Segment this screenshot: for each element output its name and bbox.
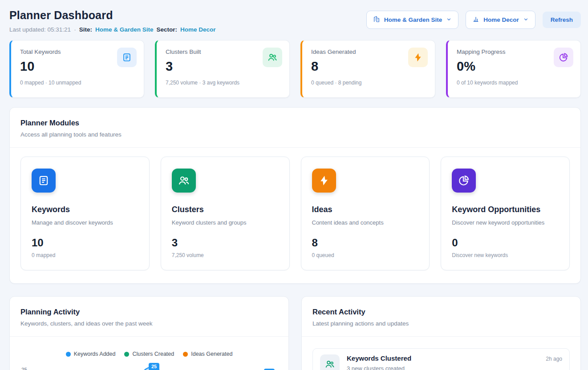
site-selector-dropdown[interactable]: Home & Garden Site <box>366 11 459 29</box>
sector-label: Sector: <box>156 26 177 33</box>
legend-dot-icon <box>183 352 188 357</box>
y-axis-tick: 25 <box>21 367 27 370</box>
module-description: Manage and discover keywords <box>32 219 138 226</box>
chevron-down-icon <box>446 16 452 24</box>
modules-grid: Keywords Manage and discover keywords 10… <box>10 148 580 283</box>
stat-detail: 7,250 volume · 3 avg keywords <box>166 80 280 86</box>
panel-title: Planning Activity <box>20 308 278 316</box>
legend-item-clusters-created: Clusters Created <box>124 351 174 357</box>
topbar: Planner Dashboard Last updated: 05:31:21… <box>0 0 588 33</box>
file-lines-icon <box>32 169 56 193</box>
module-description: Content ideas and concepts <box>312 219 419 226</box>
breadcrumb: Last updated: 05:31:21 · Site: Home & Ga… <box>9 26 215 33</box>
module-description: Discover new keyword opportunities <box>452 219 559 226</box>
users-icon <box>172 169 196 193</box>
legend-item-ideas-generated: Ideas Generated <box>183 351 232 357</box>
site-label: Site: <box>79 26 92 33</box>
panel-subtitle: Access all planning tools and features <box>20 131 570 138</box>
bolt-icon <box>312 169 336 193</box>
file-lines-icon <box>117 48 137 67</box>
activity-body: Keywords Clustered 2h ago 3 new clusters… <box>347 354 562 370</box>
stat-card-ideas-generated: Ideas Generated 8 0 queued · 8 pending <box>300 40 435 98</box>
module-title: Keywords <box>32 205 138 214</box>
sector-selector-value: Home Decor <box>483 16 519 23</box>
module-value: 8 <box>312 237 419 249</box>
panel-subtitle: Latest planning actions and updates <box>312 320 570 327</box>
recent-activity-list: Keywords Clustered 2h ago 3 new clusters… <box>302 337 580 370</box>
module-card-ideas[interactable]: Ideas Content ideas and concepts 8 0 que… <box>301 157 430 270</box>
module-value: 0 <box>452 237 559 249</box>
bottom-row: Planning Activity Keywords, clusters, an… <box>9 296 581 370</box>
pie-chart-icon <box>554 48 573 67</box>
building-icon <box>373 16 380 24</box>
legend-label: Keywords Added <box>74 351 116 357</box>
legend-label: Clusters Created <box>132 351 174 357</box>
topbar-actions: Home & Garden Site Home Decor Refresh <box>366 11 581 29</box>
panel-title: Planner Modules <box>20 119 570 127</box>
module-detail: Discover new keywords <box>452 252 559 258</box>
site-selector-value: Home & Garden Site <box>384 16 442 23</box>
stat-detail: 0 mapped · 10 unmapped <box>20 80 135 86</box>
stats-row: Total Keywords 10 0 mapped · 10 unmapped… <box>9 40 581 98</box>
activity-timestamp: 2h ago <box>546 356 562 362</box>
activity-top-row: Keywords Clustered 2h ago <box>347 354 562 362</box>
activity-description: 3 new clusters created <box>347 365 562 370</box>
recent-activity-header: Recent Activity Latest planning actions … <box>302 297 580 337</box>
planning-activity-chart: 25 25 24 <box>19 362 278 370</box>
sector-selector-dropdown[interactable]: Home Decor <box>466 11 535 29</box>
panel-subtitle: Keywords, clusters, and ideas over the p… <box>20 320 278 327</box>
stat-card-clusters-built: Clusters Built 3 7,250 volume · 3 avg ke… <box>155 40 290 98</box>
module-card-clusters[interactable]: Clusters Keyword clusters and groups 3 7… <box>161 157 290 270</box>
activity-item-keywords-clustered: Keywords Clustered 2h ago 3 new clusters… <box>312 348 570 370</box>
bolt-icon <box>408 48 428 67</box>
bar-chart-icon <box>472 16 479 24</box>
users-icon <box>320 354 340 370</box>
legend-label: Ideas Generated <box>191 351 232 357</box>
module-detail: 0 mapped <box>32 252 138 258</box>
module-card-keyword-opportunities[interactable]: Keyword Opportunities Discover new keywo… <box>441 157 570 270</box>
stat-detail: 0 queued · 8 pending <box>311 80 426 86</box>
stat-detail: 0 of 10 keywords mapped <box>457 80 572 86</box>
recent-activity-panel: Recent Activity Latest planning actions … <box>301 296 581 370</box>
topbar-left: Planner Dashboard Last updated: 05:31:21… <box>9 9 215 33</box>
sector-link[interactable]: Home Decor <box>180 26 216 33</box>
panel-title: Recent Activity <box>312 308 570 316</box>
module-value: 3 <box>172 237 279 249</box>
chart-legend: Keywords Added Clusters Created Ideas Ge… <box>10 351 288 357</box>
planning-activity-header: Planning Activity Keywords, clusters, an… <box>10 297 288 337</box>
site-link[interactable]: Home & Garden Site <box>95 26 154 33</box>
page-title: Planner Dashboard <box>9 9 215 22</box>
meta-separator: · <box>74 26 76 33</box>
module-value: 10 <box>32 237 138 249</box>
stat-card-total-keywords: Total Keywords 10 0 mapped · 10 unmapped <box>9 40 144 98</box>
stat-card-mapping-progress: Mapping Progress 0% 0 of 10 keywords map… <box>446 40 581 98</box>
legend-dot-icon <box>66 352 71 357</box>
module-card-keywords[interactable]: Keywords Manage and discover keywords 10… <box>20 157 150 270</box>
legend-dot-icon <box>124 352 129 357</box>
module-description: Keyword clusters and groups <box>172 219 279 226</box>
module-detail: 0 queued <box>312 252 419 258</box>
module-title: Clusters <box>172 205 279 214</box>
last-updated-text: Last updated: 05:31:21 <box>9 26 71 33</box>
planning-activity-panel: Planning Activity Keywords, clusters, an… <box>9 296 289 370</box>
refresh-button[interactable]: Refresh <box>543 12 581 28</box>
legend-item-keywords-added: Keywords Added <box>66 351 116 357</box>
planner-modules-panel: Planner Modules Access all planning tool… <box>9 107 581 284</box>
data-point-label: 25 <box>149 363 159 370</box>
module-detail: 7,250 volume <box>172 252 279 258</box>
module-title: Ideas <box>312 205 419 214</box>
planner-modules-header: Planner Modules Access all planning tool… <box>10 108 580 148</box>
chevron-down-icon <box>523 16 529 24</box>
users-icon <box>263 48 282 67</box>
pie-chart-icon <box>452 169 476 193</box>
activity-title: Keywords Clustered <box>347 354 411 362</box>
module-title: Keyword Opportunities <box>452 205 559 214</box>
